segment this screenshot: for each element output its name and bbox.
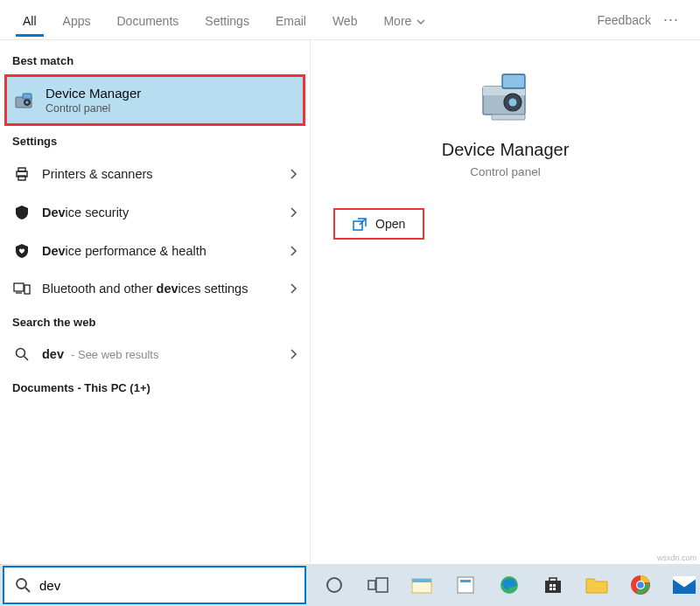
- svg-rect-35: [553, 588, 556, 590]
- settings-item-label: Device performance & health: [32, 244, 289, 258]
- file-explorer-icon[interactable]: [406, 569, 438, 601]
- chevron-right-icon: [289, 348, 298, 360]
- svg-line-11: [24, 357, 29, 361]
- search-input[interactable]: [39, 578, 298, 593]
- svg-rect-3: [23, 94, 32, 99]
- chevron-down-icon: [416, 17, 425, 26]
- tab-web[interactable]: Web: [326, 3, 365, 37]
- settings-item-label: Device security: [32, 205, 289, 219]
- svg-rect-34: [550, 588, 552, 590]
- svg-rect-28: [458, 577, 473, 593]
- tab-apps[interactable]: Apps: [56, 3, 98, 37]
- more-menu-icon[interactable]: ···: [663, 10, 679, 29]
- svg-rect-18: [492, 115, 525, 120]
- heart-shield-icon: [12, 243, 32, 259]
- preview-panel: Device Manager Control panel Open: [310, 40, 700, 564]
- settings-item-device-security[interactable]: Device security: [0, 193, 310, 232]
- feedback-link[interactable]: Feedback: [598, 13, 651, 27]
- svg-point-15: [508, 99, 516, 107]
- section-search-web: Search the web: [0, 307, 310, 336]
- shield-icon: [12, 205, 32, 220]
- svg-rect-24: [368, 581, 375, 589]
- app-icon-generic[interactable]: [450, 569, 481, 601]
- svg-rect-5: [18, 168, 25, 171]
- section-settings: Settings: [0, 126, 310, 155]
- svg-rect-25: [376, 578, 388, 592]
- section-best-match: Best match: [0, 45, 310, 74]
- filter-tabs: All Apps Documents Settings Email Web Mo…: [0, 0, 700, 40]
- task-view-icon[interactable]: [362, 569, 394, 601]
- tab-settings[interactable]: Settings: [198, 3, 256, 37]
- open-icon: [353, 218, 367, 231]
- best-match-result[interactable]: Device Manager Control panel: [4, 74, 305, 126]
- printer-icon: [12, 166, 32, 182]
- device-manager-large-icon: [471, 66, 541, 128]
- chrome-icon[interactable]: [625, 569, 656, 601]
- tab-email[interactable]: Email: [269, 3, 313, 37]
- chevron-right-icon: [289, 245, 298, 257]
- svg-rect-27: [412, 579, 431, 582]
- settings-item-label: Printers & scanners: [32, 167, 289, 181]
- best-match-title: Device Manager: [46, 86, 141, 101]
- search-icon: [15, 577, 31, 593]
- svg-rect-29: [460, 580, 471, 582]
- search-box[interactable]: [3, 566, 306, 604]
- section-documents: Documents - This PC (1+): [0, 373, 310, 401]
- tab-all[interactable]: All: [16, 3, 44, 37]
- svg-rect-7: [14, 283, 24, 291]
- chevron-right-icon: [289, 206, 298, 219]
- open-button[interactable]: Open: [333, 208, 424, 240]
- taskbar: [0, 564, 700, 606]
- chevron-right-icon: [289, 168, 298, 180]
- best-match-subtitle: Control panel: [46, 102, 141, 115]
- svg-rect-17: [503, 75, 524, 87]
- results-panel: Best match Device Manager Control panel …: [0, 40, 310, 564]
- svg-line-22: [25, 588, 30, 592]
- svg-point-2: [25, 101, 28, 103]
- mail-icon[interactable]: [668, 569, 700, 601]
- edge-icon[interactable]: [494, 569, 525, 601]
- preview-title: Device Manager: [442, 140, 570, 160]
- search-icon: [12, 347, 32, 361]
- web-result-label: dev - See web results: [32, 347, 289, 361]
- svg-point-38: [637, 582, 644, 589]
- settings-item-label: Bluetooth and other devices settings: [32, 282, 289, 296]
- settings-item-printers[interactable]: Printers & scanners: [0, 155, 310, 193]
- svg-rect-32: [550, 584, 552, 587]
- settings-item-device-performance[interactable]: Device performance & health: [0, 232, 310, 270]
- tab-more[interactable]: More: [376, 3, 432, 37]
- chevron-right-icon: [289, 282, 298, 295]
- svg-rect-33: [553, 584, 556, 587]
- device-manager-icon: [12, 91, 37, 110]
- devices-icon: [12, 282, 32, 296]
- tab-documents[interactable]: Documents: [109, 3, 186, 37]
- cortana-icon[interactable]: [318, 569, 350, 601]
- preview-subtitle: Control panel: [470, 165, 540, 178]
- watermark: wsxdn.com: [657, 554, 696, 562]
- web-result[interactable]: dev - See web results: [0, 336, 310, 373]
- svg-rect-8: [24, 285, 30, 294]
- store-icon[interactable]: [537, 569, 569, 601]
- svg-point-10: [17, 349, 25, 358]
- settings-item-bluetooth-devices[interactable]: Bluetooth and other devices settings: [0, 270, 310, 307]
- folder-icon[interactable]: [581, 569, 612, 601]
- svg-point-23: [327, 578, 341, 592]
- svg-point-21: [17, 579, 26, 589]
